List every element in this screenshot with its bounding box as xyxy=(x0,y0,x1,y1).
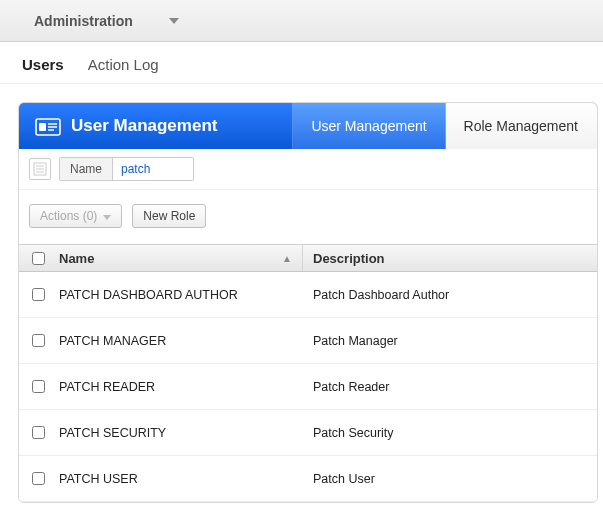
filter-input[interactable] xyxy=(113,158,193,180)
row-checkbox[interactable] xyxy=(32,334,45,347)
row-description: Patch Security xyxy=(303,426,597,440)
table-header: Name ▲ Description xyxy=(19,244,597,272)
sort-asc-icon: ▲ xyxy=(282,253,292,264)
toolbar: Actions (0) New Role xyxy=(19,190,597,244)
table-row[interactable]: PATCH DASHBOARD AUTHORPatch Dashboard Au… xyxy=(19,272,597,318)
new-role-button[interactable]: New Role xyxy=(132,204,206,228)
row-checkbox-cell xyxy=(19,472,57,485)
row-description: Patch Dashboard Author xyxy=(303,288,597,302)
row-checkbox-cell xyxy=(19,288,57,301)
filter-label: Name xyxy=(60,158,113,180)
row-description: Patch Manager xyxy=(303,334,597,348)
table-row[interactable]: PATCH USERPatch User xyxy=(19,456,597,502)
id-card-icon xyxy=(35,116,61,136)
svg-rect-1 xyxy=(39,123,46,131)
row-checkbox-cell xyxy=(19,334,57,347)
tab-action-log[interactable]: Action Log xyxy=(88,56,159,73)
filter-box: Name xyxy=(59,157,194,181)
row-name: PATCH DASHBOARD AUTHOR xyxy=(57,288,303,302)
row-checkbox[interactable] xyxy=(32,426,45,439)
tab-users[interactable]: Users xyxy=(22,56,64,73)
list-icon[interactable] xyxy=(29,158,51,180)
row-checkbox[interactable] xyxy=(32,380,45,393)
primary-tabs: Users Action Log xyxy=(0,42,603,84)
panel-title: User Management xyxy=(71,116,217,136)
header-name-label: Name xyxy=(59,251,94,266)
table-body: PATCH DASHBOARD AUTHORPatch Dashboard Au… xyxy=(19,272,597,502)
row-description: Patch User xyxy=(303,472,597,486)
subtab-role-management[interactable]: Role Management xyxy=(446,103,597,149)
header-name[interactable]: Name ▲ xyxy=(57,245,303,271)
filter-bar: Name xyxy=(19,149,597,190)
table-row[interactable]: PATCH MANAGERPatch Manager xyxy=(19,318,597,364)
panel-header: User Management User Management Role Man… xyxy=(19,103,597,149)
administration-menu-label: Administration xyxy=(34,13,133,29)
header-description[interactable]: Description xyxy=(303,251,597,266)
row-name: PATCH MANAGER xyxy=(57,334,303,348)
actions-button[interactable]: Actions (0) xyxy=(29,204,122,228)
administration-menu[interactable]: Administration xyxy=(8,9,193,33)
row-checkbox-cell xyxy=(19,380,57,393)
row-name: PATCH USER xyxy=(57,472,303,486)
row-checkbox[interactable] xyxy=(32,472,45,485)
actions-button-label: Actions (0) xyxy=(40,209,97,223)
panel-wrap: User Management User Management Role Man… xyxy=(0,84,603,503)
user-management-panel: User Management User Management Role Man… xyxy=(18,102,598,503)
table-row[interactable]: PATCH READERPatch Reader xyxy=(19,364,597,410)
new-role-button-label: New Role xyxy=(143,209,195,223)
select-all-checkbox[interactable] xyxy=(32,252,45,265)
row-description: Patch Reader xyxy=(303,380,597,394)
chevron-down-icon xyxy=(169,18,179,24)
row-name: PATCH READER xyxy=(57,380,303,394)
subtab-user-management[interactable]: User Management xyxy=(293,103,445,149)
header-checkbox-cell xyxy=(19,252,57,265)
top-bar: Administration xyxy=(0,0,603,42)
row-checkbox-cell xyxy=(19,426,57,439)
chevron-down-icon xyxy=(103,209,111,223)
row-checkbox[interactable] xyxy=(32,288,45,301)
panel-subtabs: User Management Role Management xyxy=(292,103,597,149)
table-row[interactable]: PATCH SECURITYPatch Security xyxy=(19,410,597,456)
row-name: PATCH SECURITY xyxy=(57,426,303,440)
